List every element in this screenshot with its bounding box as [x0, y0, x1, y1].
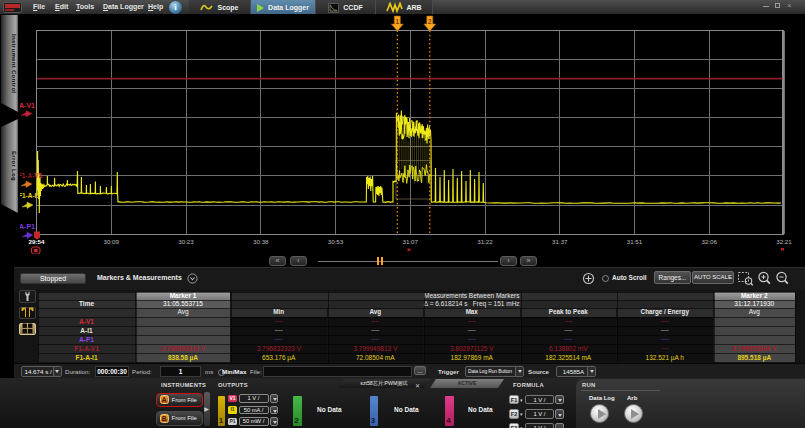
svg-text:2: 2	[428, 18, 432, 25]
svg-text:32:21: 32:21	[776, 238, 792, 245]
svg-text:29:54: 29:54	[29, 238, 45, 245]
svg-text:30:38: 30:38	[253, 238, 269, 245]
svg-text:31:07: 31:07	[402, 238, 418, 245]
svg-text:32:06: 32:06	[701, 238, 717, 245]
svg-text:1: 1	[395, 18, 399, 25]
svg-text:A-P1: A-P1	[20, 223, 35, 230]
svg-text:31:37: 31:37	[552, 238, 568, 245]
svg-text:30:09: 30:09	[103, 238, 119, 245]
svg-text:F1-A-V1: F1-A-V1	[20, 172, 43, 179]
svg-text:30:23: 30:23	[178, 238, 194, 245]
svg-text:31:51: 31:51	[627, 238, 643, 245]
svg-text:31:22: 31:22	[477, 238, 493, 245]
svg-text:F1-A-I1: F1-A-I1	[20, 192, 40, 199]
svg-text:A-V1: A-V1	[20, 102, 35, 109]
svg-text:30:53: 30:53	[328, 238, 344, 245]
